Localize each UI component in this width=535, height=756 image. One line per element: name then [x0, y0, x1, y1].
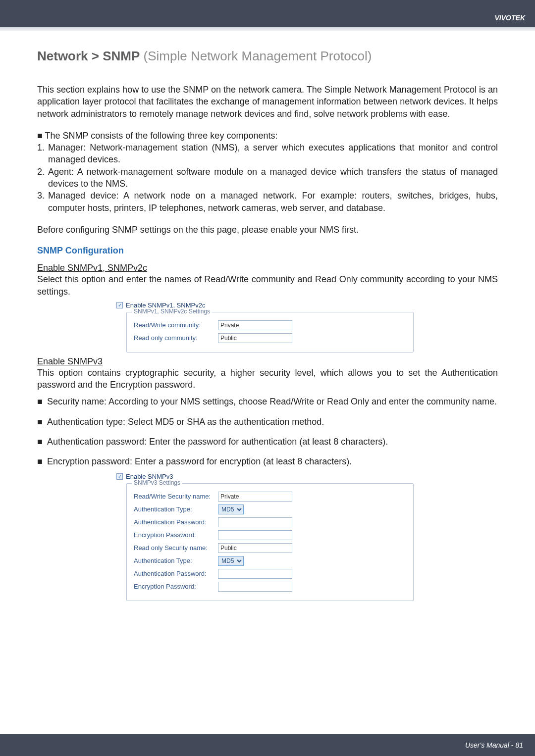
intro-paragraph: This section explains how to use the SNM…: [37, 84, 498, 120]
ro-security-label: Read only Security name:: [134, 544, 218, 552]
v3-bullet-2: Authentication type: Select MD5 or SHA a…: [47, 416, 498, 428]
v1v2-form: ✓ Enable SNMPv1, SNMPv2c SNMPv1, SNMPv2c…: [116, 302, 433, 353]
before-paragraph: Before configuring SNMP settings on the …: [37, 224, 498, 236]
auth-type2-select[interactable]: MD5: [218, 556, 244, 566]
components-block: ■ The SNMP consists of the following thr…: [37, 130, 498, 214]
page-header: VIVOTEK: [0, 0, 535, 27]
checkbox-v1v2[interactable]: ✓: [116, 302, 123, 308]
enable-v3-heading: Enable SNMPv3: [37, 356, 498, 367]
component-3: Managed device: A network node on a mana…: [48, 190, 498, 214]
rw-community-input[interactable]: [218, 320, 292, 330]
snmp-config-heading: SNMP Configuration: [37, 246, 498, 256]
auth-pw2-label: Authentication Password:: [134, 570, 218, 577]
brand-text: VIVOTEK: [495, 14, 525, 22]
ro-community-label: Read only community:: [134, 334, 218, 342]
enc-pw1-label: Encryption Password:: [134, 531, 218, 539]
enc-pw1-input[interactable]: [218, 530, 292, 540]
auth-type1-label: Authentication Type:: [134, 505, 218, 513]
components-lead: ■ The SNMP consists of the following thr…: [37, 130, 498, 142]
auth-type2-label: Authentication Type:: [134, 557, 218, 564]
rw-security-input[interactable]: [218, 492, 292, 502]
v3-bullet-1: Security name: According to your NMS set…: [47, 396, 498, 407]
title-light: (Simple Network Management Protocol): [140, 49, 372, 63]
component-2: Agent: A network-management software mod…: [48, 166, 498, 190]
v3-bullets: ■Security name: According to your NMS se…: [37, 396, 498, 467]
page-footer: User's Manual - 81: [0, 734, 535, 756]
v1v2-fieldset: SNMPv1, SNMPv2c Settings Read/Write comm…: [126, 312, 414, 353]
rw-security-label: Read/Write Security name:: [134, 493, 218, 500]
v3-legend: SNMPv3 Settings: [132, 479, 182, 486]
auth-pw1-input[interactable]: [218, 517, 292, 527]
ro-security-input[interactable]: [218, 543, 292, 553]
enc-pw2-input[interactable]: [218, 582, 292, 592]
v3-fieldset: SNMPv3 Settings Read/Write Security name…: [126, 483, 414, 601]
enc-pw2-label: Encryption Password:: [134, 583, 218, 590]
component-1: Manager: Network-management station (NMS…: [48, 142, 498, 166]
enable-v1v2-heading: Enable SNMPv1, SNMPv2c: [37, 263, 498, 273]
rw-community-label: Read/Write community:: [134, 321, 218, 329]
auth-pw2-input[interactable]: [218, 569, 292, 579]
title-strong: Network > SNMP: [37, 49, 140, 63]
page-content: Network > SNMP (Simple Network Managemen…: [0, 31, 535, 601]
v1v2-legend: SNMPv1, SNMPv2c Settings: [132, 308, 212, 315]
header-divider: [0, 27, 535, 31]
v3-bullet-4: Encryption password: Enter a password fo…: [47, 455, 498, 467]
auth-pw1-label: Authentication Password:: [134, 518, 218, 526]
enable-v1v2-desc: Select this option and enter the names o…: [37, 273, 498, 298]
checkbox-v3[interactable]: ✓: [116, 473, 123, 480]
page-title: Network > SNMP (Simple Network Managemen…: [37, 49, 498, 64]
auth-type1-select[interactable]: MD5: [218, 504, 244, 514]
footer-text: User's Manual - 81: [465, 741, 523, 749]
ro-community-input[interactable]: [218, 333, 292, 343]
v3-form: ✓ Enable SNMPv3 SNMPv3 Settings Read/Wri…: [116, 473, 433, 601]
enable-v3-desc: This option contains cryptographic secur…: [37, 367, 498, 391]
v3-bullet-3: Authentication password: Enter the passw…: [47, 436, 498, 448]
